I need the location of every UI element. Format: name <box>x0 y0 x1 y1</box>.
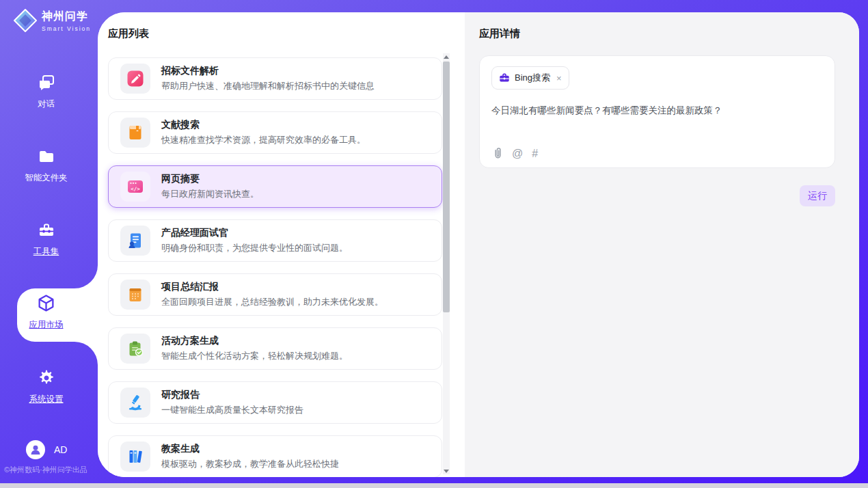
app-desc: 明确身份和职责，为您提供专业性的面试问题。 <box>161 242 348 254</box>
sidebar-item-label: 工具集 <box>0 246 92 258</box>
clipboard-check-icon <box>126 340 144 357</box>
app-card-literature-search[interactable]: 文献搜索 快速精准查找学术资源，提高研究效率的必备工具。 <box>108 111 442 154</box>
mention-icon[interactable]: @ <box>512 148 523 160</box>
gear-icon <box>38 369 55 387</box>
app-card-event-plan[interactable]: 活动方案生成 智能生成个性化活动方案，轻松解决规划难题。 <box>108 327 442 370</box>
app-name: 研究报告 <box>161 389 303 401</box>
app-detail-panel: 应用详情 Bing搜索 × 今日湖北有哪些新闻要点？有哪些需要关注的最新政策？ <box>465 12 859 477</box>
tool-tag-label: Bing搜索 <box>515 72 550 84</box>
browser-code-icon: </> <box>126 178 144 195</box>
doc-person-icon <box>126 232 144 249</box>
copyright-text: ©神州数码·神州问学出品 <box>4 465 87 475</box>
briefcase-icon <box>499 72 510 83</box>
app-name: 招标文件解析 <box>161 65 375 77</box>
sidebar-item-settings[interactable]: 系统设置 <box>0 369 92 405</box>
app-desc: 一键智能生成高质量长文本研究报告 <box>161 404 303 416</box>
app-list-scrollbar[interactable] <box>443 53 450 474</box>
query-input[interactable]: 今日湖北有哪些新闻要点？有哪些需要关注的最新政策？ <box>491 104 819 118</box>
logo: 神州问学 Smart Vision <box>14 9 91 32</box>
sidebar-item-app-market[interactable]: 应用市场 <box>0 294 92 331</box>
app-name: 产品经理面试官 <box>161 227 348 239</box>
main-content: 应用列表 招标文件解析 帮助用户快速、准确地 <box>98 12 859 477</box>
app-card-web-summary[interactable]: </> 网页摘要 每日政府新闻资讯快查。 <box>108 165 442 208</box>
microscope-icon <box>126 394 144 411</box>
app-desc: 每日政府新闻资讯快查。 <box>161 188 259 200</box>
sidebar: 神州问学 Smart Vision 对话 智能文件夹 <box>0 0 98 483</box>
run-button[interactable]: 运行 <box>800 185 835 206</box>
chat-icon <box>38 74 55 92</box>
tool-tag-bing-search[interactable]: Bing搜索 × <box>491 66 569 90</box>
app-card-research-report[interactable]: 研究报告 一键智能生成高质量长文本研究报告 <box>108 381 442 424</box>
avatar <box>26 440 45 459</box>
triangle-down-icon <box>444 470 449 473</box>
sidebar-item-smart-folder[interactable]: 智能文件夹 <box>0 148 92 184</box>
person-icon <box>29 443 42 457</box>
app-name: 文献搜索 <box>161 119 366 131</box>
user-name: AD <box>54 444 67 455</box>
app-list-panel: 应用列表 招标文件解析 帮助用户快速、准确地 <box>98 12 465 477</box>
paperclip-icon[interactable] <box>491 147 503 160</box>
app-card-pm-interviewer[interactable]: 产品经理面试官 明确身份和职责，为您提供专业性的面试问题。 <box>108 219 442 262</box>
notepad-icon <box>126 286 144 303</box>
bottom-edge <box>0 483 868 488</box>
app-desc: 帮助用户快速、准确地理解和解析招标书中的关键信息 <box>161 80 375 92</box>
app-desc: 智能生成个性化活动方案，轻松解决规划难题。 <box>161 350 348 362</box>
logo-title: 神州问学 <box>42 10 91 24</box>
hash-icon[interactable]: # <box>532 148 538 160</box>
sidebar-item-label: 应用市场 <box>0 319 92 331</box>
prompt-card: Bing搜索 × 今日湖北有哪些新闻要点？有哪些需要关注的最新政策？ @ # <box>479 55 835 168</box>
app-name: 教案生成 <box>161 443 339 455</box>
sidebar-item-toolset[interactable]: 工具集 <box>0 221 92 258</box>
app-window: 神州问学 Smart Vision 对话 智能文件夹 <box>0 0 868 488</box>
app-card-bid-doc-parse[interactable]: 招标文件解析 帮助用户快速、准确地理解和解析招标书中的关键信息 <box>108 57 442 100</box>
app-card-project-summary[interactable]: 项目总结汇报 全面回顾项目进展，总结经验教训，助力未来优化发展。 <box>108 273 442 316</box>
sidebar-item-label: 智能文件夹 <box>0 172 92 184</box>
books-icon <box>126 448 144 465</box>
input-toolbar: @ # <box>491 147 538 160</box>
sidebar-item-label: 对话 <box>0 98 92 110</box>
book-icon <box>126 124 144 141</box>
app-desc: 模板驱动，教案秒成，教学准备从此轻松快捷 <box>161 458 339 470</box>
user-account[interactable]: AD <box>26 440 67 459</box>
app-card-lesson-plan[interactable]: 教案生成 模板驱动，教案秒成，教学准备从此轻松快捷 <box>108 435 442 477</box>
toolbox-icon <box>38 221 55 239</box>
svg-text:</>: </> <box>131 186 140 192</box>
logo-diamond-icon <box>14 9 37 32</box>
triangle-up-icon <box>444 55 449 59</box>
scroll-up-button[interactable] <box>443 53 450 60</box>
doc-edit-icon <box>126 70 144 87</box>
app-name: 项目总结汇报 <box>161 281 383 293</box>
scroll-down-button[interactable] <box>443 467 450 474</box>
folder-icon <box>38 148 55 165</box>
cube-icon <box>37 294 55 312</box>
app-list: 招标文件解析 帮助用户快速、准确地理解和解析招标书中的关键信息 <box>108 57 442 477</box>
logo-subtitle: Smart Vision <box>42 25 91 32</box>
app-desc: 全面回顾项目进展，总结经验教训，助力未来优化发展。 <box>161 296 383 308</box>
app-desc: 快速精准查找学术资源，提高研究效率的必备工具。 <box>161 134 366 146</box>
sidebar-item-label: 系统设置 <box>0 394 92 405</box>
sidebar-item-chat[interactable]: 对话 <box>0 74 92 110</box>
app-name: 网页摘要 <box>161 173 259 185</box>
app-list-title: 应用列表 <box>108 27 149 40</box>
tool-tag-close-icon[interactable]: × <box>556 73 562 83</box>
app-name: 活动方案生成 <box>161 335 348 347</box>
scrollbar-thumb[interactable] <box>443 62 450 312</box>
app-detail-title: 应用详情 <box>479 27 520 40</box>
